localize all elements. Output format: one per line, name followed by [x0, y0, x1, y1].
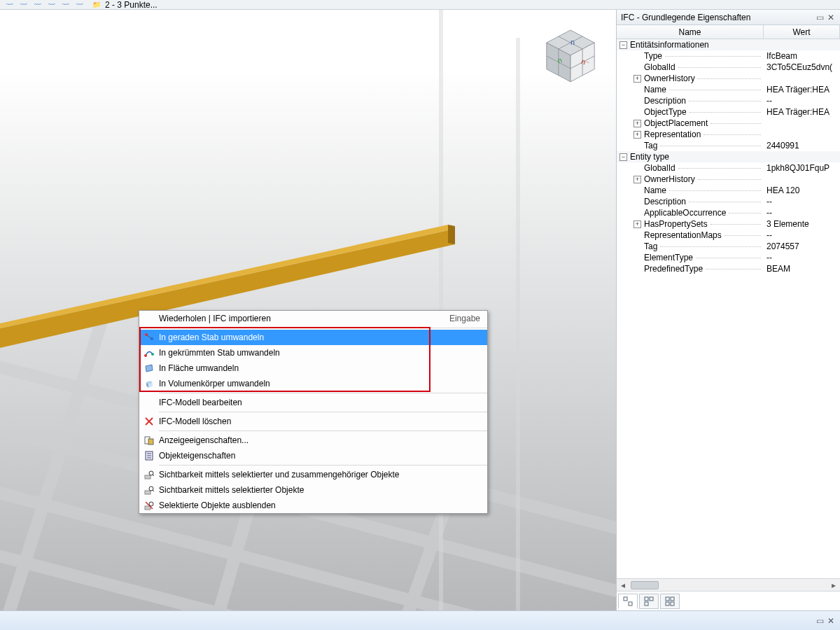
- svg-point-27: [144, 354, 147, 357]
- tree-row[interactable]: PredefinedTypeBEAM: [617, 263, 840, 274]
- ctx-header-shortcut: Eingabe: [449, 314, 480, 323]
- svg-rect-55: [666, 597, 669, 601]
- ctx-item-visibility-related[interactable]: Sichtbarkeit mittels selektierter und zu…: [139, 467, 487, 482]
- panel-tab-1[interactable]: [618, 594, 638, 609]
- panel-column-headers: Name Wert: [617, 25, 840, 39]
- doc-tab-label[interactable]: 2 - 3 Punkte...: [105, 0, 158, 10]
- scroll-thumb[interactable]: [631, 581, 659, 589]
- undock-icon[interactable]: ▭: [815, 616, 825, 626]
- tree-row[interactable]: NameHEA 120: [617, 185, 840, 196]
- ctx-header[interactable]: Wiederholen | IFC importieren Eingabe: [139, 311, 487, 326]
- main-toolbar: 〰 〰 〰 〰 〰 〰 📁 2 - 3 Punkte...: [0, 0, 840, 10]
- ifc-properties-panel: IFC - Grundlegende Eigenschaften ▭ ✕ Nam…: [616, 10, 840, 610]
- undock-icon[interactable]: ▭: [815, 13, 825, 22]
- nav-cube[interactable]: n n⁻ n: [539, 24, 602, 87]
- svg-rect-51: [629, 602, 632, 606]
- curve-tool-icon[interactable]: 〰: [74, 0, 85, 10]
- surface-icon: [139, 363, 159, 374]
- tree-row[interactable]: +OwnerHistory: [617, 174, 840, 185]
- tree-row[interactable]: +Representation: [617, 129, 840, 140]
- tree-row[interactable]: ObjectTypeHEA Träger:HEA: [617, 106, 840, 118]
- svg-line-43: [153, 475, 154, 476]
- curve-tool-icon[interactable]: 〰: [4, 0, 15, 10]
- tree-row[interactable]: +ObjectPlacement: [617, 118, 840, 129]
- ctx-item-label: Objekteigenschaften: [159, 451, 480, 461]
- panel-tab-3[interactable]: [660, 594, 680, 609]
- tree-row[interactable]: +HasPropertySets3 Elemente: [617, 218, 840, 230]
- curve-tool-icon[interactable]: 〰: [18, 0, 29, 10]
- tree-row[interactable]: Tag2440991: [617, 140, 840, 151]
- ctx-item-label: Sichtbarkeit mittels selektierter Objekt…: [159, 485, 480, 495]
- ctx-separator: [159, 393, 487, 393]
- panel-header[interactable]: IFC - Grundlegende Eigenschaften ▭ ✕: [617, 10, 840, 25]
- ctx-item-edit-ifc-model[interactable]: IFC-Modell bearbeiten: [139, 395, 487, 410]
- ctx-item-label: Selektierte Objekte ausblenden: [159, 500, 480, 510]
- tree-row[interactable]: Description--: [617, 95, 840, 106]
- tree-row[interactable]: GlobalId3CTo5CEuz5dvn(: [617, 62, 840, 73]
- tree-row[interactable]: Description--: [617, 196, 840, 207]
- panel-title: IFC - Grundlegende Eigenschaften: [621, 13, 813, 22]
- ctx-item-label: In Volumenkörper umwandeln: [159, 379, 480, 388]
- scroll-left-icon[interactable]: ◂: [617, 579, 629, 592]
- svg-marker-29: [146, 365, 153, 372]
- ctx-item-label: In gekrümmten Stab umwandeln: [159, 348, 480, 358]
- col-header-name[interactable]: Name: [617, 25, 764, 38]
- delete-icon: [139, 416, 159, 427]
- tree-row[interactable]: NameHEA Träger:HEA: [617, 84, 840, 95]
- curve-tool-icon[interactable]: 〰: [60, 0, 71, 10]
- curve-tool-icon[interactable]: 〰: [46, 0, 57, 10]
- ctx-item-object-properties[interactable]: Objekteigenschaften: [139, 448, 487, 463]
- context-menu: Wiederholen | IFC importieren Eingabe In…: [139, 310, 488, 514]
- tree-row[interactable]: Tag2074557: [617, 241, 840, 252]
- svg-rect-41: [145, 475, 150, 479]
- ctx-item-convert-curved-member[interactable]: In gekrümmten Stab umwandeln: [139, 345, 487, 360]
- ctx-separator: [159, 430, 487, 431]
- visibility-selected-icon: [139, 484, 159, 496]
- scroll-right-icon[interactable]: ▸: [827, 579, 840, 592]
- ctx-separator: [159, 412, 487, 412]
- property-tree[interactable]: −EntitätsinformationenTypeIfcBeamGlobalI…: [617, 39, 840, 578]
- col-header-value[interactable]: Wert: [764, 25, 840, 38]
- ctx-item-display-properties[interactable]: Anzeigeeigenschaften...: [139, 433, 487, 448]
- close-icon[interactable]: ✕: [826, 13, 836, 22]
- tree-row[interactable]: TypeIfcBeam: [617, 50, 840, 62]
- member-icon: [139, 332, 159, 343]
- tree-row[interactable]: +OwnerHistory: [617, 73, 840, 84]
- ctx-item-hide-selected[interactable]: Selektierte Objekte ausblenden: [139, 498, 487, 513]
- tree-row[interactable]: ElementType--: [617, 252, 840, 263]
- curve-tool-icon[interactable]: 〰: [32, 0, 43, 10]
- tree-group[interactable]: −Entitätsinformationen: [617, 39, 840, 50]
- toolbar-group-curves: 〰 〰 〰 〰 〰 〰: [4, 0, 85, 10]
- tree-row[interactable]: RepresentationMaps--: [617, 230, 840, 241]
- toolbar-group-doc: 📁 2 - 3 Punkte...: [91, 0, 158, 10]
- tree-group[interactable]: −Entity type: [617, 151, 840, 162]
- solid-icon: [139, 378, 159, 389]
- svg-line-46: [153, 490, 154, 491]
- object-props-icon: [139, 450, 159, 461]
- ctx-separator: [159, 328, 487, 328]
- svg-point-49: [149, 502, 153, 506]
- hide-icon: [139, 500, 159, 511]
- ctx-item-convert-straight-member[interactable]: In geraden Stab umwandeln: [139, 330, 487, 345]
- panel-tab-2[interactable]: [639, 594, 659, 609]
- panel-bottom-tabs: [617, 591, 840, 610]
- ctx-item-label: IFC-Modell bearbeiten: [159, 398, 480, 407]
- folder-icon[interactable]: 📁: [91, 0, 102, 10]
- svg-rect-57: [666, 602, 669, 606]
- svg-line-26: [147, 335, 151, 338]
- close-icon[interactable]: ✕: [826, 616, 836, 626]
- svg-point-28: [151, 353, 154, 356]
- ctx-item-visibility-selected[interactable]: Sichtbarkeit mittels selektierter Objekt…: [139, 482, 487, 498]
- panel-horizontal-scrollbar[interactable]: ◂ ▸: [617, 578, 840, 591]
- svg-rect-52: [645, 597, 648, 601]
- display-props-icon: [139, 435, 159, 446]
- ctx-item-delete-ifc-model[interactable]: IFC-Modell löschen: [139, 414, 487, 429]
- svg-rect-50: [624, 597, 627, 601]
- ctx-item-convert-solid[interactable]: In Volumenkörper umwandeln: [139, 376, 487, 391]
- tree-row[interactable]: GlobalId1pkh8QJ01FquP: [617, 162, 840, 174]
- svg-rect-58: [671, 602, 674, 606]
- svg-rect-36: [148, 439, 153, 444]
- svg-marker-11: [448, 225, 455, 244]
- tree-row[interactable]: ApplicableOccurrence--: [617, 207, 840, 218]
- ctx-item-convert-surface[interactable]: In Fläche umwandeln: [139, 360, 487, 376]
